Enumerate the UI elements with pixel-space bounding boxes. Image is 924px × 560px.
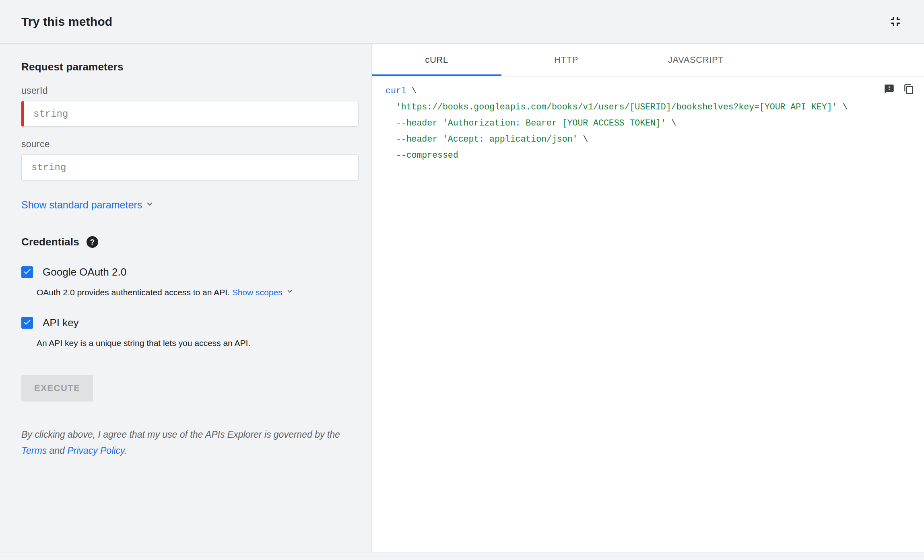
chevron-down-icon[interactable] [144, 199, 155, 211]
code-block: curl \ 'https://books.googleapis.com/boo… [372, 76, 924, 170]
copy-code-button[interactable] [903, 84, 914, 96]
oauth-checkbox[interactable] [21, 266, 33, 278]
feedback-button[interactable] [884, 84, 895, 96]
field-source: source [21, 139, 359, 180]
credentials-title: Credentials [21, 236, 79, 248]
disclaimer-before: By clicking above, I agree that my use o… [21, 429, 340, 440]
code-sample-pane: cURL HTTP JAVASCRIPT [372, 44, 924, 552]
code-language-tabs: cURL HTTP JAVASCRIPT [372, 44, 924, 76]
api-key-description: An API key is a unique string that lets … [37, 337, 359, 349]
terms-link[interactable]: Terms [21, 445, 47, 456]
code-area: curl \ 'https://books.googleapis.com/boo… [372, 76, 924, 552]
fullscreen-exit-button[interactable] [885, 11, 905, 33]
copy-icon [903, 84, 914, 96]
checkmark-icon [23, 267, 32, 278]
source-input[interactable] [21, 154, 359, 180]
tab-curl[interactable]: cURL [372, 44, 501, 76]
chevron-down-icon[interactable] [285, 288, 294, 297]
feedback-icon [884, 84, 895, 96]
disclaimer-text: By clicking above, I agree that my use o… [21, 426, 356, 459]
bottom-strip [0, 552, 924, 560]
field-userid-label: userId [21, 85, 359, 96]
credentials-header: Credentials ? [21, 236, 359, 248]
oauth-description: OAuth 2.0 provides authenticated access … [37, 286, 359, 299]
panel-header: Try this method [0, 0, 924, 44]
api-key-label: API key [43, 317, 79, 329]
tab-http[interactable]: HTTP [501, 44, 631, 76]
show-scopes-link[interactable]: Show scopes [232, 288, 283, 297]
oauth-checkbox-row: Google OAuth 2.0 [21, 266, 359, 278]
api-key-checkbox[interactable] [21, 317, 33, 329]
field-source-label: source [21, 139, 359, 150]
execute-button[interactable]: EXECUTE [21, 375, 93, 401]
fullscreen-exit-icon [888, 14, 903, 30]
help-icon[interactable]: ? [87, 236, 98, 248]
show-standard-parameters-link[interactable]: Show standard parameters [21, 199, 142, 211]
request-parameters-pane: Request parameters userId source Show st… [0, 44, 372, 552]
oauth-description-text: OAuth 2.0 provides authenticated access … [37, 288, 230, 297]
disclaimer-mid: and [47, 445, 67, 456]
oauth-label: Google OAuth 2.0 [43, 266, 126, 278]
privacy-policy-link[interactable]: Privacy Policy [67, 445, 124, 456]
userid-input[interactable] [21, 101, 359, 127]
panel-title: Try this method [21, 15, 112, 29]
field-userid: userId [21, 85, 359, 127]
tab-javascript[interactable]: JAVASCRIPT [631, 44, 761, 76]
disclaimer-after: . [124, 445, 127, 456]
api-key-checkbox-row: API key [21, 317, 359, 329]
try-this-method-panel: Try this method Request parameters userI… [0, 0, 924, 560]
checkmark-icon [23, 317, 32, 328]
request-parameters-title: Request parameters [21, 61, 359, 73]
show-standard-parameters-row: Show standard parameters [21, 199, 359, 211]
